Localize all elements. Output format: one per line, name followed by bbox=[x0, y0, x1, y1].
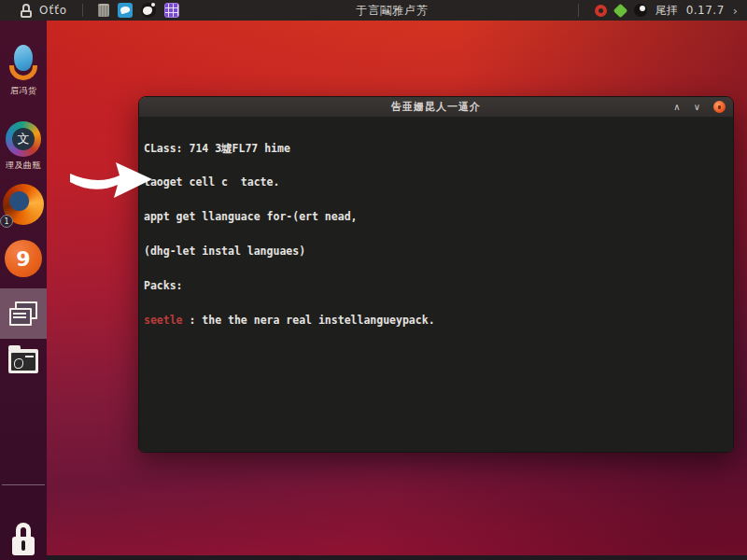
panel-left-group: Oťťo bbox=[0, 3, 215, 18]
sidebar-item-terminal-folder[interactable] bbox=[0, 349, 47, 373]
launcher-dock: 眉冯货 文 理及曲瓶 1 9 bbox=[0, 21, 47, 560]
ubuntu-desktop: Oťťo 于言鬮雅卢芳 尾拝 0.17.7 › 眉冯货 bbox=[0, 0, 747, 560]
chevron-right-icon[interactable]: › bbox=[733, 4, 738, 18]
terminal-line: seetle : the the nera real instellanguey… bbox=[144, 315, 733, 326]
terminal-line: Packs: bbox=[144, 280, 733, 291]
ubuntu-software-icon: 9 bbox=[5, 240, 42, 277]
sidebar-item-firefox[interactable]: 1 bbox=[0, 184, 47, 225]
moon-dot-icon[interactable] bbox=[634, 4, 647, 17]
status-label: 尾拝 bbox=[655, 3, 678, 19]
terminal-line: CLass: 714 3墟FL77 hime bbox=[144, 143, 733, 154]
restore-button[interactable]: ∨ bbox=[694, 103, 700, 112]
top-panel: Oťťo 于言鬮雅卢芳 尾拝 0.17.7 › bbox=[0, 0, 747, 21]
panel-window-title: 于言鬮雅卢芳 bbox=[215, 3, 571, 19]
sidebar-item-files[interactable] bbox=[0, 288, 47, 339]
error-token: seetle bbox=[144, 314, 183, 327]
terminal-folder-icon bbox=[8, 349, 38, 373]
software-updater-icon bbox=[7, 45, 40, 82]
window-titlebar[interactable]: 告亜姗昆人一逼介 ∧ ∨ bbox=[139, 97, 733, 117]
padlock-icon[interactable] bbox=[12, 523, 35, 556]
lock-icon bbox=[21, 4, 32, 17]
window-title: 告亜姗昆人一逼介 bbox=[139, 100, 733, 114]
terminal-output[interactable]: CLass: 714 3墟FL77 hime taoget cell c tac… bbox=[139, 117, 733, 453]
notification-badge: 1 bbox=[0, 215, 13, 228]
firefox-icon: 1 bbox=[3, 184, 44, 225]
terminal-window: 告亜姗昆人一逼介 ∧ ∨ CLass: 714 3墟FL77 hime taog… bbox=[138, 96, 734, 453]
bottom-edge-strip bbox=[47, 555, 747, 560]
panel-status-area: 尾拝 0.17.7 › bbox=[571, 3, 747, 19]
purple-app-icon[interactable] bbox=[164, 3, 179, 18]
sidebar-item-language-support[interactable]: 文 理及曲瓶 bbox=[0, 121, 47, 172]
clock[interactable]: 0.17.7 bbox=[686, 4, 725, 17]
tray-icons bbox=[98, 3, 179, 18]
panel-divider bbox=[82, 4, 83, 17]
green-diamond-icon[interactable] bbox=[613, 3, 627, 18]
panda-app-icon[interactable] bbox=[141, 3, 156, 18]
window-controls: ∧ ∨ bbox=[673, 97, 726, 117]
sidebar-item-software-updater[interactable]: 眉冯货 bbox=[0, 45, 47, 97]
language-support-icon: 文 bbox=[6, 121, 41, 157]
sidebar-item-label: 理及曲瓶 bbox=[6, 160, 41, 172]
sidebar-item-label: 眉冯货 bbox=[10, 85, 37, 97]
app-menu-label[interactable]: Oťťo bbox=[39, 4, 67, 17]
terminal-line: appt get llanguace for-(ert nead, bbox=[144, 211, 733, 222]
terminal-line: taoget cell c tacte. bbox=[144, 176, 733, 188]
terminal-line-text: : the the nera real instellangueypack. bbox=[183, 314, 435, 327]
record-ring-icon[interactable] bbox=[595, 5, 607, 17]
minimize-button[interactable]: ∧ bbox=[673, 103, 680, 112]
language-glyph: 文 bbox=[12, 128, 35, 150]
terminal-line: (dhg-let instal languaes) bbox=[144, 245, 733, 257]
annotation-arrow-icon bbox=[69, 150, 153, 203]
dock-divider bbox=[2, 484, 45, 485]
close-button[interactable] bbox=[713, 101, 726, 113]
files-icon bbox=[9, 301, 37, 326]
panel-divider bbox=[578, 4, 579, 17]
trash-icon[interactable] bbox=[98, 4, 109, 17]
sidebar-item-ubuntu-software[interactable]: 9 bbox=[0, 240, 47, 277]
bird-messenger-icon[interactable] bbox=[118, 3, 133, 18]
